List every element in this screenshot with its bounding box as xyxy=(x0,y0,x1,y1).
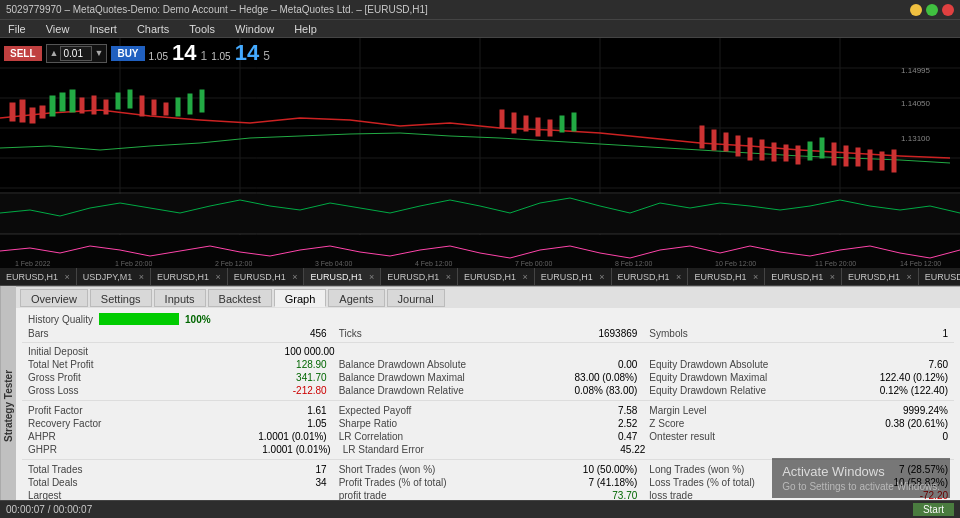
gross-profit-value: 341.70 xyxy=(296,372,327,383)
menu-tools[interactable]: Tools xyxy=(185,23,219,35)
menu-bar: File View Insert Charts Tools Window Hel… xyxy=(0,20,960,38)
equity-dd-rel-value: 0.12% (122.40) xyxy=(880,385,948,396)
svg-rect-44 xyxy=(724,133,728,151)
total-net-profit-value: 128.90 xyxy=(296,359,327,370)
sell-button[interactable]: SELL xyxy=(4,46,42,61)
menu-help[interactable]: Help xyxy=(290,23,321,35)
sell-price-big: 14 xyxy=(172,40,196,66)
buy-price-prefix: 1.05 xyxy=(211,51,230,62)
sell-price-prefix: 1.05 xyxy=(149,51,168,62)
svg-text:1 Feb 2022: 1 Feb 2022 xyxy=(15,260,51,267)
svg-text:7 Feb 00:00: 7 Feb 00:00 xyxy=(515,260,552,267)
svg-rect-30 xyxy=(152,100,156,115)
svg-rect-36 xyxy=(512,113,516,133)
svg-text:1.14050: 1.14050 xyxy=(901,99,930,108)
panel-content: Overview Settings Inputs Backtest Graph … xyxy=(16,286,960,518)
svg-text:3 Feb 04:00: 3 Feb 04:00 xyxy=(315,260,352,267)
tab-agents[interactable]: Agents xyxy=(328,289,384,307)
chart-tab-7[interactable]: EURUSD,H1 × xyxy=(535,268,612,286)
svg-rect-58 xyxy=(892,150,896,172)
chart-tab-0[interactable]: EURUSD,H1 × xyxy=(0,268,77,286)
equity-dd-abs-label: Equity Drawdown Absolute xyxy=(649,359,768,370)
strategy-tester-label[interactable]: Strategy Tester xyxy=(0,286,16,518)
short-trades-label: Short Trades (won %) xyxy=(339,464,436,475)
svg-rect-47 xyxy=(760,140,764,160)
svg-rect-23 xyxy=(70,90,75,112)
total-net-profit-label: Total Net Profit xyxy=(28,359,94,370)
chart-tab-3[interactable]: EURUSD,H1 × xyxy=(228,268,305,286)
menu-view[interactable]: View xyxy=(42,23,74,35)
ontester-value: 0 xyxy=(942,431,948,442)
close-btn[interactable] xyxy=(942,4,954,16)
loss-trades-label: Loss Trades (% of total) xyxy=(649,477,755,488)
chart-tab-5[interactable]: EURUSD,H1 × xyxy=(381,268,458,286)
svg-rect-60 xyxy=(0,194,960,234)
svg-rect-40 xyxy=(560,116,564,132)
chart-tab-6[interactable]: EURUSD,H1 × xyxy=(458,268,535,286)
margin-level-value: 9999.24% xyxy=(903,405,948,416)
menu-charts[interactable]: Charts xyxy=(133,23,173,35)
initial-deposit-value: 100 000.00 xyxy=(285,346,335,357)
chart-tab-1[interactable]: USDJPY,M1 × xyxy=(77,268,151,286)
buy-price-display: 1.05 14 5 xyxy=(211,40,270,66)
svg-rect-19 xyxy=(30,108,35,123)
chart-tab-2[interactable]: EURUSD,H1 × xyxy=(151,268,228,286)
symbols-label: Symbols xyxy=(649,328,687,339)
z-score-label: Z Score xyxy=(649,418,684,429)
chart-tab-4[interactable]: EURUSD,H1 × xyxy=(304,268,381,286)
tab-backtest[interactable]: Backtest xyxy=(208,289,272,307)
ticks-value: 1693869 xyxy=(598,328,637,339)
chart-tab-12[interactable]: EURUSD,H1 × xyxy=(919,268,960,286)
tab-settings[interactable]: Settings xyxy=(90,289,152,307)
chart-tab-8[interactable]: EURUSD,H1 × xyxy=(612,268,689,286)
svg-rect-32 xyxy=(176,98,180,116)
svg-rect-26 xyxy=(104,100,108,114)
svg-rect-55 xyxy=(856,148,860,166)
tab-inputs[interactable]: Inputs xyxy=(154,289,206,307)
lr-correlation-label: LR Correlation xyxy=(339,431,403,442)
tab-overview[interactable]: Overview xyxy=(20,289,88,307)
bars-label: Bars xyxy=(28,328,49,339)
svg-text:14 Feb 12:00: 14 Feb 12:00 xyxy=(900,260,941,267)
svg-rect-48 xyxy=(772,143,776,161)
sharpe-ratio-label: Sharpe Ratio xyxy=(339,418,397,429)
bottom-tabs-bar: Overview Settings Inputs Backtest Graph … xyxy=(16,286,960,308)
svg-rect-45 xyxy=(736,136,740,156)
ghpr-label: GHPR xyxy=(28,444,57,455)
sell-price-sup: 1 xyxy=(200,49,207,63)
strategy-panel: Strategy Tester Overview Settings Inputs… xyxy=(0,286,960,518)
svg-rect-53 xyxy=(832,143,836,165)
svg-rect-41 xyxy=(572,113,576,131)
buy-button[interactable]: BUY xyxy=(111,46,144,61)
svg-rect-18 xyxy=(20,100,25,122)
ghpr-value: 1.0001 (0.01%) xyxy=(262,444,330,455)
equity-dd-max-label: Equity Drawdown Maximal xyxy=(649,372,767,383)
tab-graph[interactable]: Graph xyxy=(274,289,327,307)
balance-dd-rel-value: 0.08% (83.00) xyxy=(575,385,638,396)
svg-rect-17 xyxy=(10,103,15,121)
history-quality-row: History Quality 100% xyxy=(22,312,954,326)
sell-price-display: 1.05 14 1 xyxy=(149,40,208,66)
total-trades-value: 17 xyxy=(316,464,327,475)
start-button[interactable]: Start xyxy=(913,503,954,516)
status-bar: 00:00:07 / 00:00:07 Start xyxy=(0,500,960,518)
svg-text:1.14995: 1.14995 xyxy=(901,66,930,75)
balance-dd-max-label: Balance Drawdown Maximal xyxy=(339,372,465,383)
chart-tab-11[interactable]: EURUSD,H1 × xyxy=(842,268,919,286)
svg-rect-22 xyxy=(60,93,65,111)
menu-window[interactable]: Window xyxy=(231,23,278,35)
chart-tab-9[interactable]: EURUSD,H1 × xyxy=(688,268,765,286)
tab-journal[interactable]: Journal xyxy=(387,289,445,307)
svg-rect-57 xyxy=(880,152,884,170)
bars-value: 456 xyxy=(310,328,327,339)
menu-insert[interactable]: Insert xyxy=(85,23,121,35)
recovery-factor-value: 1.05 xyxy=(307,418,326,429)
maximize-btn[interactable] xyxy=(926,4,938,16)
svg-rect-52 xyxy=(820,138,824,158)
recovery-factor-label: Recovery Factor xyxy=(28,418,101,429)
minimize-btn[interactable] xyxy=(910,4,922,16)
long-trades-label: Long Trades (won %) xyxy=(649,464,744,475)
menu-file[interactable]: File xyxy=(4,23,30,35)
chart-tab-10[interactable]: EURUSD,H1 × xyxy=(765,268,842,286)
lot-size-input[interactable] xyxy=(60,46,92,61)
